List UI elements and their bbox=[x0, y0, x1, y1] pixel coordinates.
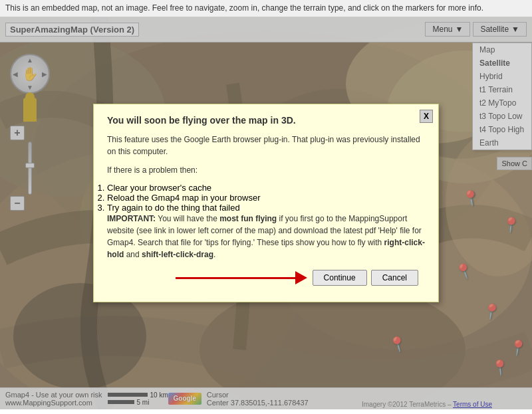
top-info-bar: This is an embedded map, not an image. F… bbox=[0, 0, 532, 17]
modal-step-3: Try again to do the thing that failed bbox=[107, 203, 425, 213]
modal-step-2: Reload the Gmap4 map in your browser bbox=[107, 193, 425, 203]
modal-buttons: Continue Cancel bbox=[313, 270, 418, 286]
modal-para2: If there is a problem then: bbox=[107, 164, 425, 176]
most-fun-text: most fun flying bbox=[219, 214, 277, 223]
map-container[interactable]: 📍 📍 📍 📍 📍 📍 📍 📍 SuperAmazingMap (Version… bbox=[0, 17, 532, 409]
modal-step-1: Clear your browser's cache bbox=[107, 183, 425, 193]
arrow-line bbox=[176, 277, 295, 279]
arrow-head-icon bbox=[295, 271, 307, 284]
modal-important: IMPORTANT: You will have the most fun fl… bbox=[107, 213, 425, 260]
close-icon: X bbox=[424, 112, 429, 121]
modal-para1: This feature uses the Google Earth brows… bbox=[107, 134, 425, 157]
cancel-label: Cancel bbox=[382, 273, 407, 282]
modal-title: You will soon be flying over the map in … bbox=[107, 115, 425, 126]
modal-steps-list: Clear your browser's cache Reload the Gm… bbox=[107, 183, 425, 213]
important-label: IMPORTANT: bbox=[107, 214, 156, 223]
cancel-button[interactable]: Cancel bbox=[371, 270, 418, 286]
modal-overlay: X You will soon be flying over the map i… bbox=[0, 17, 532, 409]
modal-dialog: X You will soon be flying over the map i… bbox=[93, 104, 439, 302]
top-info-text: This is an embedded map, not an image. F… bbox=[5, 3, 483, 13]
shift-click-text: shift-left-click-drag bbox=[142, 250, 213, 259]
modal-arrow: Continue Cancel bbox=[107, 270, 425, 286]
continue-button[interactable]: Continue bbox=[313, 270, 367, 286]
modal-close-button[interactable]: X bbox=[420, 110, 433, 123]
continue-label: Continue bbox=[324, 273, 356, 282]
